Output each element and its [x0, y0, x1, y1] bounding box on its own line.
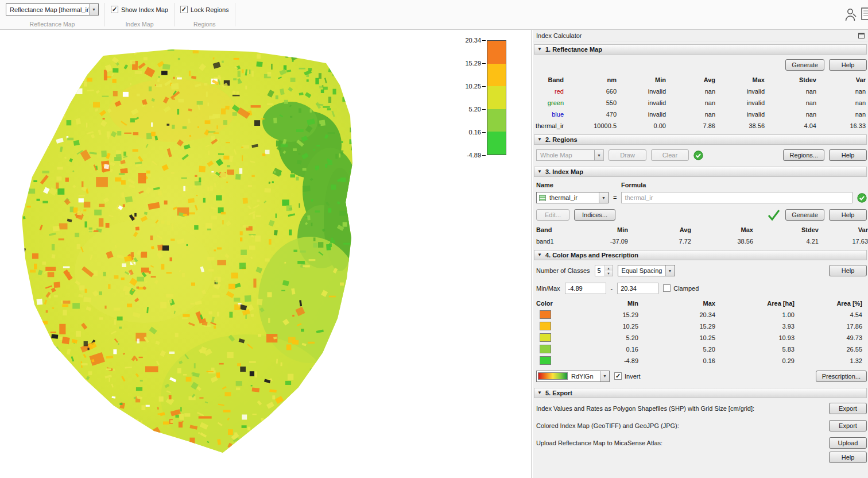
cell: invalid [720, 97, 769, 109]
cell: 3.93 [720, 321, 799, 332]
col-header: Max [643, 298, 720, 309]
section-header-reflectance-map[interactable]: ▼ 1. Reflectance Map [534, 44, 867, 55]
collapse-triangle-icon[interactable]: ▼ [537, 169, 542, 174]
section-header-regions[interactable]: ▼ 2. Regions [534, 134, 867, 145]
classes-value-input[interactable] [595, 265, 604, 276]
help-index-button[interactable]: Help [829, 209, 867, 221]
cell: 4.21 [758, 236, 823, 247]
cell: band1 [533, 236, 573, 247]
export-shp-label: Index Values and Rates as Polygon Shapef… [536, 405, 754, 412]
col-header: Var [823, 224, 868, 236]
region-selector-dropdown[interactable]: Whole Map ▼ [536, 149, 604, 161]
cell: 38.56 [696, 236, 758, 247]
checkbox-checked-icon[interactable] [111, 6, 118, 13]
group-caption-reflectance-map: Reflectance Map [6, 21, 99, 28]
cell: 5.20 [643, 344, 720, 355]
cell: 1.00 [720, 309, 799, 321]
section-header-index-map[interactable]: ▼ 3. Index Map [534, 167, 867, 177]
clamped-checkbox[interactable]: Clamped [663, 282, 699, 294]
cell: 5.20 [565, 332, 643, 344]
colormap-dropdown[interactable]: RdYlGn ▼ [536, 371, 610, 382]
export-geotiff-button[interactable]: Export [829, 420, 867, 431]
export-shp-button[interactable]: Export [829, 403, 867, 414]
checkbox-checked-icon[interactable] [614, 372, 622, 380]
min-value-input[interactable] [565, 283, 606, 294]
document-icon[interactable] [861, 7, 868, 23]
invert-checkbox[interactable]: Invert [614, 370, 641, 382]
regions-dialog-button[interactable]: Regions... [783, 149, 824, 161]
formula-input[interactable] [621, 192, 852, 203]
colorbar-tick-label: -4.89 [436, 151, 486, 159]
regions-group: Lock Regions Regions [175, 0, 235, 29]
cell: nan [671, 97, 720, 109]
col-header: Avg [671, 74, 720, 86]
checkbox-unchecked-icon[interactable] [663, 284, 671, 292]
cell: 470 [568, 109, 621, 120]
cell: nan [671, 109, 720, 120]
help-colormaps-button[interactable]: Help [829, 265, 867, 276]
generate-reflectance-button[interactable]: Generate [785, 59, 824, 71]
tick-mark [482, 40, 486, 41]
chevron-down-icon[interactable]: ▼ [600, 371, 609, 381]
cell: invalid [621, 97, 671, 109]
cell: -4.89 [565, 355, 643, 367]
col-header: Min [621, 74, 671, 86]
cell: 1.32 [799, 355, 867, 367]
index-calculator-panel: Index Calculator ▼ 1. Reflectance Map Ge… [533, 30, 868, 478]
draw-region-button[interactable]: Draw [609, 149, 646, 161]
cell: 7.86 [671, 120, 720, 132]
cell: invalid [720, 109, 769, 120]
classes-spinner[interactable]: ▲ ▼ [595, 265, 613, 276]
cell: nan [821, 97, 868, 109]
cell: 10.25 [643, 332, 720, 344]
upload-atlas-button[interactable]: Upload [829, 437, 867, 449]
help-reflectance-button[interactable]: Help [829, 59, 867, 71]
chevron-down-icon[interactable]: ▼ [599, 192, 608, 203]
show-index-map-label: Show Index Map [121, 6, 168, 13]
cell: 10.25 [565, 321, 643, 332]
spacing-dropdown[interactable]: Equal Spacing ▼ [618, 265, 675, 276]
chevron-down-icon[interactable]: ▼ [665, 265, 675, 276]
edit-index-button[interactable]: Edit... [536, 209, 569, 221]
collapse-triangle-icon[interactable]: ▼ [537, 47, 542, 52]
colorbar-segment [487, 64, 506, 87]
show-index-map-checkbox[interactable]: Show Index Map [111, 3, 168, 16]
reflectance-stats-table: Band nm Min Avg Max Stdev Var red 660 in… [533, 74, 868, 132]
cell: 4.54 [799, 309, 867, 321]
checkbox-checked-icon[interactable] [180, 6, 188, 13]
equals-sign: = [613, 194, 617, 201]
help-regions-button[interactable]: Help [829, 149, 867, 161]
float-window-icon[interactable] [858, 33, 865, 38]
clear-region-button[interactable]: Clear [651, 149, 689, 161]
generate-index-button[interactable]: Generate [785, 209, 824, 221]
cell: 5.83 [720, 344, 799, 355]
max-value-input[interactable] [617, 283, 658, 294]
collapse-triangle-icon[interactable]: ▼ [537, 253, 542, 257]
spinner-down-icon[interactable]: ▼ [605, 271, 613, 276]
reflectance-map-dropdown[interactable]: Reflectance Map [thermal_ir] ▼ [6, 3, 99, 16]
user-icon[interactable] [844, 7, 858, 22]
cell: 26.55 [799, 344, 867, 355]
lock-regions-checkbox[interactable]: Lock Regions [180, 3, 229, 16]
indices-button[interactable]: Indices... [574, 209, 615, 221]
collapse-triangle-icon[interactable]: ▼ [537, 137, 542, 142]
colorbar-tick-label: 5.20 [436, 105, 486, 113]
spinner-up-icon[interactable]: ▲ [605, 265, 613, 271]
section-header-color-maps[interactable]: ▼ 4. Color Maps and Prescription [534, 250, 867, 260]
chevron-down-icon[interactable]: ▼ [89, 4, 98, 15]
window-icons [844, 7, 868, 23]
prescription-button[interactable]: Prescription... [816, 371, 867, 382]
section-header-export[interactable]: ▼ 5. Export [534, 388, 867, 398]
cell: 20.34 [643, 309, 720, 321]
group-separator [235, 3, 235, 26]
class-color-swatch [540, 310, 551, 319]
index-name-dropdown[interactable]: thermal_ir ▼ [536, 192, 609, 203]
col-header: Max [720, 74, 769, 86]
help-export-button[interactable]: Help [829, 452, 867, 463]
collapse-triangle-icon[interactable]: ▼ [537, 391, 542, 395]
colorbar-tick-label: 20.34 [436, 36, 486, 44]
invert-label: Invert [625, 373, 641, 380]
col-header: Area [%] [799, 298, 867, 309]
map-viewport[interactable]: 20.34 15.29 10.25 5.20 0.16 -4.89 [0, 30, 532, 478]
colorbar-segment [487, 109, 506, 132]
